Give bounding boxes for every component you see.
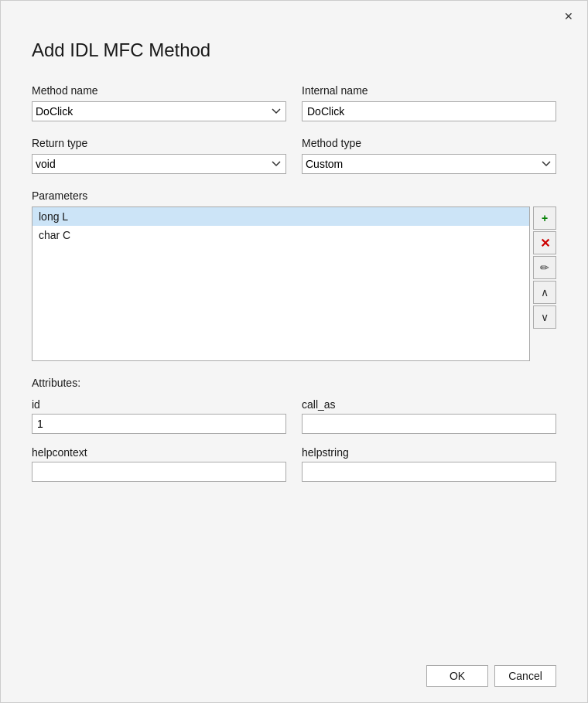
helpstring-label: helpstring (302, 446, 556, 459)
dialog: ✕ Add IDL MFC Method Method name DoClick… (0, 0, 588, 703)
list-item[interactable]: char C (32, 226, 529, 244)
remove-parameter-button[interactable]: ✕ (533, 231, 556, 254)
method-internal-row: Method name DoClick Internal name (32, 84, 556, 121)
method-name-select[interactable]: DoClick (32, 101, 286, 121)
internal-name-label: Internal name (302, 84, 556, 97)
internal-name-input[interactable] (302, 101, 556, 121)
helpcontext-input[interactable] (32, 462, 286, 482)
helpstring-input[interactable] (302, 462, 556, 482)
move-down-button[interactable]: ∨ (533, 305, 556, 329)
move-up-button[interactable]: ∧ (533, 281, 556, 304)
x-icon: ✕ (540, 236, 550, 251)
title-bar: ✕ (1, 1, 587, 32)
id-group: id (32, 398, 286, 434)
method-type-select[interactable]: Custom (302, 154, 556, 174)
helpstring-group: helpstring (302, 446, 556, 482)
helpcontext-group: helpcontext (32, 446, 286, 482)
call-as-input[interactable] (302, 414, 556, 434)
close-icon: ✕ (564, 10, 573, 22)
method-name-group: Method name DoClick (32, 84, 286, 121)
return-type-label: Return type (32, 137, 286, 149)
edit-parameter-button[interactable]: ✏ (533, 256, 556, 279)
method-type-label: Method type (302, 137, 556, 149)
attributes-label: Attributes: (32, 377, 556, 389)
dialog-footer: OK Cancel (1, 657, 587, 702)
ok-button[interactable]: OK (426, 665, 488, 687)
add-parameter-button[interactable]: + (533, 206, 556, 230)
call-as-group: call_as (302, 398, 556, 434)
id-label: id (32, 398, 286, 411)
plus-icon: + (542, 212, 548, 224)
id-input[interactable] (32, 414, 286, 434)
return-type-group: Return type void (32, 137, 286, 174)
attributes-grid: id call_as helpcontext helpstring (32, 398, 556, 482)
parameters-list: long L char C (32, 206, 530, 361)
method-name-label: Method name (32, 84, 286, 97)
helpcontext-label: helpcontext (32, 446, 286, 459)
parameters-buttons: + ✕ ✏ ∧ ∨ (533, 206, 556, 361)
parameters-label: Parameters (32, 189, 556, 202)
chevron-up-icon: ∧ (541, 286, 549, 299)
dialog-content: Add IDL MFC Method Method name DoClick I… (1, 32, 587, 657)
internal-name-group: Internal name (302, 84, 556, 121)
pencil-icon: ✏ (540, 261, 549, 274)
cancel-button[interactable]: Cancel (494, 665, 556, 687)
method-type-group: Method type Custom (302, 137, 556, 174)
attributes-section: Attributes: id call_as helpcontext helps… (32, 377, 556, 482)
parameters-container: long L char C + ✕ ✏ ∧ (32, 206, 556, 361)
dialog-title: Add IDL MFC Method (32, 39, 556, 61)
chevron-down-icon: ∨ (541, 311, 549, 323)
return-method-row: Return type void Method type Custom (32, 137, 556, 174)
close-button[interactable]: ✕ (559, 7, 578, 26)
list-item[interactable]: long L (32, 207, 529, 226)
parameters-section: Parameters long L char C + ✕ ✏ (32, 189, 556, 361)
call-as-label: call_as (302, 398, 556, 411)
return-type-select[interactable]: void (32, 154, 286, 174)
